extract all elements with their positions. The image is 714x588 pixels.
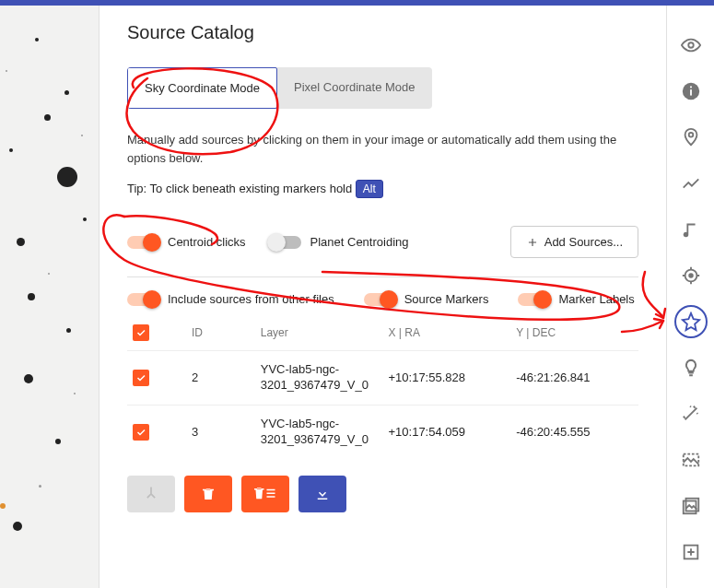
- cell-ra: +10:17:54.059: [382, 405, 510, 458]
- cell-layer: YVC-lab5-ngc-3201_9367479_V_0: [255, 351, 383, 406]
- plus-icon: [526, 236, 539, 249]
- sources-table: ID Layer X | RA Y | DEC 2 YVC-lab5-ngc-3…: [127, 315, 638, 459]
- collections-icon: [681, 496, 701, 516]
- svg-point-7: [688, 133, 693, 137]
- image-dashed-icon: [681, 450, 701, 470]
- tool-rail: [666, 6, 714, 588]
- merge-icon: [142, 485, 160, 503]
- rail-marker[interactable]: [667, 114, 715, 160]
- toggle-label: Centroid clicks: [168, 235, 246, 249]
- tip-row: Tip: To click beneath existing markers h…: [127, 180, 638, 198]
- switch-icon: [364, 293, 395, 306]
- svg-point-9: [689, 274, 693, 277]
- rail-add[interactable]: [667, 529, 715, 575]
- location-icon: [681, 127, 701, 147]
- rail-calibrate[interactable]: [667, 391, 715, 437]
- toggle-planet-centroiding[interactable]: Planet Centroiding: [270, 235, 409, 249]
- add-box-icon: [681, 542, 701, 562]
- target-icon: [681, 265, 701, 286]
- download-icon: [314, 486, 331, 502]
- alt-key-badge: Alt: [356, 180, 383, 198]
- eye-icon: [681, 35, 701, 55]
- switch-icon: [270, 236, 301, 249]
- info-icon: [681, 81, 701, 101]
- delete-all-button[interactable]: [241, 476, 289, 512]
- svg-rect-5: [690, 89, 692, 95]
- tab-sky-mode[interactable]: Sky Coordinate Mode: [127, 67, 277, 109]
- merge-button: [127, 476, 175, 512]
- cell-dec: -46:20:45.555: [510, 405, 638, 458]
- switch-icon: [127, 293, 158, 306]
- toggle-source-markers[interactable]: Source Markers: [364, 292, 489, 306]
- svg-rect-2: [267, 496, 275, 498]
- tab-pixel-mode[interactable]: Pixel Coordinate Mode: [277, 67, 432, 109]
- switch-icon: [518, 293, 549, 306]
- rail-visibility[interactable]: [667, 22, 715, 68]
- col-select[interactable]: [127, 315, 186, 351]
- tip-prefix: Tip: To click beneath existing markers h…: [127, 182, 352, 195]
- rail-image-ops[interactable]: [667, 437, 715, 483]
- marker-options-row: Include sources from other files Source …: [127, 283, 638, 315]
- toggle-include-other-files[interactable]: Include sources from other files: [127, 292, 334, 306]
- active-indicator: [674, 305, 708, 338]
- col-ra[interactable]: X | RA: [382, 315, 510, 351]
- rail-stack[interactable]: [667, 483, 715, 529]
- rail-sources[interactable]: [667, 299, 715, 345]
- add-sources-label: Add Sources...: [544, 235, 623, 249]
- toggle-label: Include sources from other files: [168, 292, 334, 306]
- checkbox-icon: [133, 324, 149, 341]
- table-row[interactable]: 2 YVC-lab5-ngc-3201_9367479_V_0 +10:17:5…: [127, 351, 638, 406]
- toggle-marker-labels[interactable]: Marker Labels: [518, 292, 634, 306]
- click-options-row: Centroid clicks Planet Centroiding Add S…: [127, 217, 638, 267]
- checkbox-icon[interactable]: [133, 424, 149, 441]
- cell-ra: +10:17:55.828: [382, 351, 510, 406]
- sky-field: [0, 6, 99, 588]
- col-layer[interactable]: Layer: [255, 315, 383, 351]
- cell-dec: -46:21:26.841: [510, 351, 638, 406]
- trend-icon: [681, 173, 701, 194]
- helper-text: Manually add sources by clicking on them…: [127, 131, 638, 167]
- add-sources-button[interactable]: Add Sources...: [510, 226, 638, 258]
- app-topbar: [0, 0, 714, 6]
- source-catalog-panel: Source Catalog Sky Coordinate Mode Pixel…: [99, 6, 666, 588]
- toggle-centroid-clicks[interactable]: Centroid clicks: [127, 235, 246, 249]
- toggle-label: Marker Labels: [558, 292, 634, 306]
- svg-rect-0: [267, 488, 275, 490]
- music-note-icon: [681, 219, 701, 240]
- col-dec[interactable]: Y | DEC: [510, 315, 638, 351]
- table-row[interactable]: 3 YVC-lab5-ngc-3201_9367479_V_0 +10:17:5…: [127, 405, 638, 458]
- rail-sonify[interactable]: [667, 206, 715, 253]
- table-actions: [127, 476, 638, 512]
- toggle-label: Planet Centroiding: [310, 235, 409, 249]
- download-button[interactable]: [298, 476, 346, 512]
- toggle-label: Source Markers: [404, 292, 489, 306]
- col-id[interactable]: ID: [186, 315, 255, 351]
- rail-plot[interactable]: [667, 160, 715, 206]
- svg-rect-6: [690, 87, 692, 88]
- bulb-icon: [681, 358, 701, 378]
- rail-info[interactable]: [667, 68, 715, 114]
- panel-title: Source Catalog: [127, 22, 638, 43]
- trash-icon: [200, 486, 217, 502]
- cell-id: 2: [186, 351, 255, 406]
- rail-photometry[interactable]: [667, 253, 715, 299]
- svg-point-3: [688, 42, 694, 48]
- checkbox-icon[interactable]: [133, 370, 149, 386]
- switch-icon: [127, 236, 158, 249]
- svg-rect-1: [267, 492, 275, 494]
- coordinate-mode-tabs: Sky Coordinate Mode Pixel Coordinate Mod…: [127, 67, 432, 109]
- wand-icon: [681, 404, 701, 424]
- cell-layer: YVC-lab5-ngc-3201_9367479_V_0: [255, 405, 383, 458]
- trash-list-icon: [254, 486, 276, 502]
- rail-light[interactable]: [667, 345, 715, 391]
- delete-selected-button[interactable]: [184, 476, 232, 512]
- divider: [127, 276, 638, 277]
- image-viewer[interactable]: [0, 6, 99, 588]
- cell-id: 3: [186, 405, 255, 458]
